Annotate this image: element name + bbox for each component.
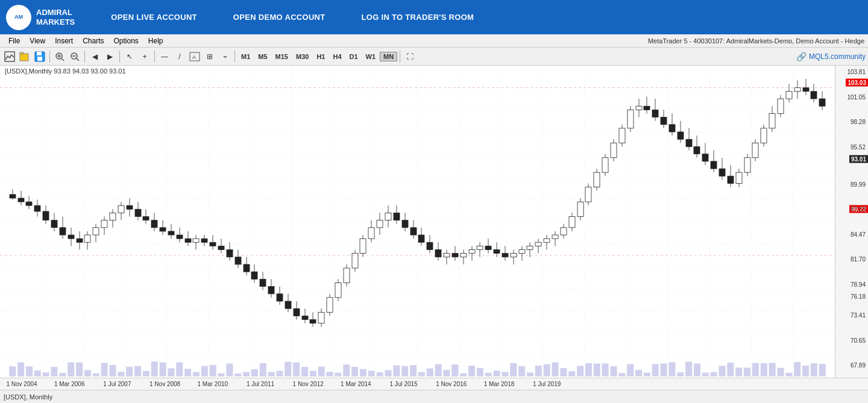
tf-w1[interactable]: W1 [362,52,380,61]
time-label-2010: 1 Mar 2010 [198,381,228,387]
menu-file[interactable]: File [4,34,25,47]
svg-rect-5 [37,57,42,61]
toolbar-separator-1 [49,51,50,63]
menu-charts[interactable]: Charts [78,34,108,47]
chart-symbol-info: [USDX],Monthly 93.83 94.03 93.00 93.01 [5,67,126,75]
hline-tool[interactable]: — [157,49,172,64]
svg-rect-4 [37,52,42,55]
open-live-account-link[interactable]: OPEN LIVE ACCOUNT [93,13,215,22]
time-label-2004: 1 Nov 2004 [6,381,37,387]
status-bar: [USDX], Monthly [0,390,868,403]
time-label-2018: 1 Mar 2018 [484,381,515,387]
chart-canvas-wrapper[interactable]: 103.81 103.03 101.05 98.28 95.52 93.01 8… [0,66,868,378]
menu-bar: File View Insert Charts Options Help Met… [0,34,868,48]
tf-d1[interactable]: D1 [346,52,362,61]
price-label-9552: 95.52 [851,143,866,150]
price-label-7341: 73.41 [851,312,866,319]
toolbar-separator-6 [400,51,400,63]
tf-h1[interactable]: H1 [313,52,329,61]
cursor-tool[interactable]: ↖ [122,49,137,64]
price-label-8447: 84.47 [851,231,866,237]
scroll-right-button[interactable]: ▶ [102,49,117,64]
fullscreen-button[interactable]: ⛶ [403,49,417,64]
svg-rect-2 [20,52,24,54]
status-symbol: [USDX], Monthly [4,393,52,401]
logo-text: ADMIRAL MARKETS [36,8,75,27]
time-label-2012: 1 Nov 2012 [293,381,324,387]
price-label-7618: 76.18 [851,293,866,300]
logo-area: AM ADMIRAL MARKETS [6,5,75,30]
price-badge-top: 103.03 [846,79,868,87]
price-label-10381: 103.81 [847,69,866,75]
tf-m15[interactable]: M15 [272,52,292,61]
open-demo-account-link[interactable]: OPEN DEMO ACCOUNT [215,13,344,22]
svg-rect-1 [20,54,28,61]
toolbar-separator-4 [154,51,155,63]
menu-insert[interactable]: Insert [50,34,78,47]
time-label-2011: 1 Jul 2011 [247,381,274,387]
tf-h4[interactable]: H4 [329,52,345,61]
toolbar: ◀ ▶ ↖ + — / A ⊞ ⌁ M1 M5 M15 M30 H1 H4 D1… [0,48,868,66]
svg-line-11 [77,58,80,61]
tf-m30[interactable]: M30 [292,52,312,61]
price-label-8999: 89.99 [851,181,866,187]
grid-tool[interactable]: ⊞ [203,49,217,64]
crosshair-tool[interactable]: + [137,49,152,64]
menu-help[interactable]: Help [143,34,168,47]
price-badge-mid: 93.01 [849,155,868,163]
price-label-7894: 78.94 [851,281,866,287]
svg-text:A: A [192,54,196,60]
price-axis: 103.81 103.03 101.05 98.28 95.52 93.01 8… [835,66,868,378]
time-label-2015: 1 Jul 2015 [390,381,418,387]
open-chart-button[interactable] [17,49,32,64]
price-label-8170: 81.70 [851,256,866,263]
zoom-in-button[interactable] [52,49,67,64]
mql5-community-link[interactable]: 🔗 MQL5.community [796,52,866,61]
price-label-10105: 101.05 [847,93,866,100]
tf-m1[interactable]: M1 [237,52,254,61]
tf-m5[interactable]: M5 [254,52,271,61]
chart-area: [USDX],Monthly 93.83 94.03 93.00 93.01 1… [0,66,868,390]
time-axis: 1 Nov 2004 1 Mar 2006 1 Jul 2007 1 Nov 2… [0,378,868,390]
toolbar-separator-2 [84,51,85,63]
toolbar-separator-3 [119,51,120,63]
indicator-tool[interactable]: ⌁ [218,49,232,64]
logo-icon: AM [6,5,31,30]
time-label-2016: 1 Nov 2016 [436,381,467,387]
login-trader-room-link[interactable]: LOG IN TO TRADER'S ROOM [344,13,492,22]
price-label-9828: 98.28 [851,119,866,125]
menu-options[interactable]: Options [109,34,143,47]
menu-view[interactable]: View [25,34,50,47]
trendline-tool[interactable]: / [172,49,187,64]
time-label-2014: 1 Mar 2014 [341,381,371,387]
chart-canvas [0,66,835,378]
svg-line-7 [61,58,64,61]
text-tool[interactable]: A [187,49,202,64]
time-label-2006: 1 Mar 2006 [54,381,85,387]
scroll-left-button[interactable]: ◀ [87,49,102,64]
toolbar-separator-5 [234,51,235,63]
meta-info: MetaTrader 5 - 40030107: AdmiralMarkets-… [648,37,864,45]
time-label-2019: 1 Jul 2019 [533,381,561,387]
save-button[interactable] [33,49,47,64]
price-label-7065: 70.65 [851,337,866,343]
time-label-2007: 1 Jul 2007 [103,381,131,387]
zoom-out-button[interactable] [68,49,82,64]
price-label-8723: 87.23 [851,206,866,213]
new-chart-button[interactable] [2,49,17,64]
top-navigation: AM ADMIRAL MARKETS OPEN LIVE ACCOUNT OPE… [0,0,868,34]
tf-mn[interactable]: MN [380,52,397,61]
price-label-6789: 67.89 [851,362,866,369]
time-label-2008: 1 Nov 2008 [149,381,180,387]
